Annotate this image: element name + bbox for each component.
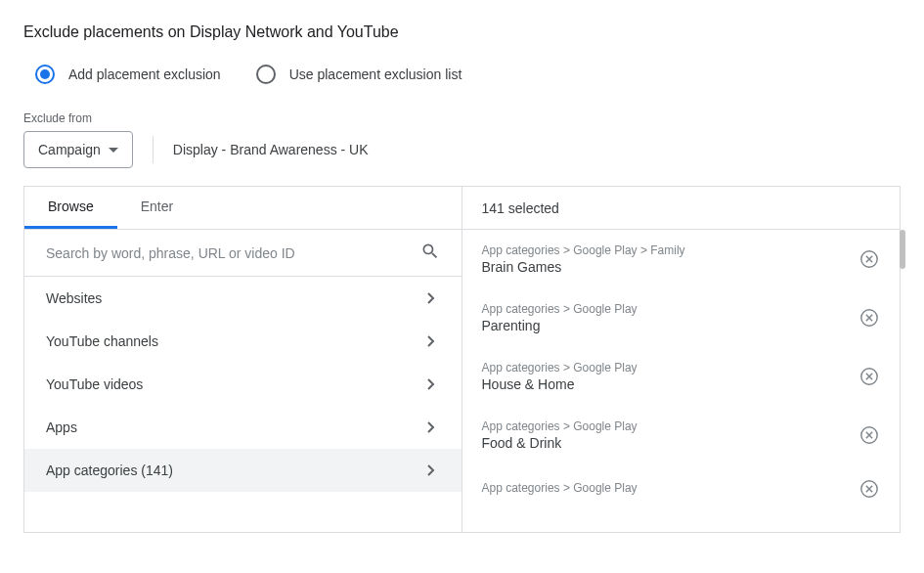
category-apps[interactable]: Apps	[24, 406, 462, 449]
chevron-right-icon	[422, 378, 440, 390]
page-title: Exclude placements on Display Network an…	[23, 23, 901, 41]
search-input[interactable]	[46, 245, 420, 261]
selected-name: Brain Games	[482, 259, 685, 275]
category-label: YouTube channels	[46, 333, 158, 349]
caret-down-icon	[109, 148, 118, 153]
selected-count: 141 selected	[462, 187, 901, 230]
selected-path: App categories > Google Play	[482, 419, 638, 433]
chevron-right-icon	[422, 292, 440, 304]
radio-unselected-icon	[256, 65, 276, 84]
selected-path: App categories > Google Play	[482, 361, 638, 375]
selected-name: Food & Drink	[482, 435, 638, 451]
selected-item: App categories > Google Play > Family Br…	[462, 230, 901, 288]
remove-button[interactable]	[858, 307, 880, 329]
selected-item: App categories > Google Play	[462, 464, 901, 513]
category-label: YouTube videos	[46, 376, 143, 392]
exclusion-mode-radios: Add placement exclusion Use placement ex…	[23, 65, 901, 84]
remove-button[interactable]	[858, 478, 880, 500]
radio-use-list[interactable]: Use placement exclusion list	[256, 65, 462, 84]
selected-path: App categories > Google Play > Family	[482, 243, 685, 257]
selected-item: App categories > Google Play House & Hom…	[462, 347, 901, 406]
placements-panel: Browse Enter Websites YouTube channels	[23, 186, 901, 533]
category-app-categories[interactable]: App categories (141)	[24, 449, 462, 492]
radio-selected-icon	[35, 65, 55, 84]
tab-browse[interactable]: Browse	[24, 187, 117, 229]
selected-path: App categories > Google Play	[482, 302, 638, 316]
remove-button[interactable]	[858, 366, 880, 387]
radio-use-list-label: Use placement exclusion list	[289, 66, 462, 82]
exclude-from-label: Exclude from	[23, 111, 901, 125]
category-youtube-channels[interactable]: YouTube channels	[24, 320, 462, 363]
category-label: Apps	[46, 419, 77, 435]
scope-value: Campaign	[38, 142, 101, 157]
selected-item: App categories > Google Play Food & Drin…	[462, 406, 901, 464]
radio-add-exclusion[interactable]: Add placement exclusion	[35, 65, 221, 84]
scrollbar-thumb[interactable]	[900, 230, 905, 269]
selected-list[interactable]: App categories > Google Play > Family Br…	[462, 230, 901, 532]
remove-button[interactable]	[858, 424, 880, 446]
selected-path: App categories > Google Play	[482, 481, 638, 495]
search-icon[interactable]	[420, 242, 440, 264]
category-websites[interactable]: Websites	[24, 277, 462, 320]
chevron-right-icon	[422, 335, 440, 347]
scope-row: Campaign Display - Brand Awareness - UK	[23, 131, 901, 168]
radio-add-label: Add placement exclusion	[68, 66, 221, 82]
category-label: Websites	[46, 290, 102, 306]
selected-name: Parenting	[482, 318, 638, 333]
category-label: App categories (141)	[46, 463, 173, 478]
category-youtube-videos[interactable]: YouTube videos	[24, 363, 462, 406]
search-row	[24, 230, 462, 277]
chevron-right-icon	[422, 421, 440, 433]
selected-item: App categories > Google Play Parenting	[462, 288, 901, 347]
remove-button[interactable]	[858, 248, 880, 270]
campaign-name: Display - Brand Awareness - UK	[173, 142, 369, 157]
chevron-right-icon	[422, 464, 440, 476]
selected-name: House & Home	[482, 376, 638, 392]
selected-pane: 141 selected App categories > Google Pla…	[462, 187, 901, 532]
divider	[153, 136, 154, 163]
category-list: Websites YouTube channels YouTube videos…	[24, 277, 462, 532]
browse-pane: Browse Enter Websites YouTube channels	[24, 187, 462, 532]
tabs: Browse Enter	[24, 187, 462, 230]
tab-enter[interactable]: Enter	[117, 187, 197, 229]
scope-select[interactable]: Campaign	[23, 131, 133, 168]
